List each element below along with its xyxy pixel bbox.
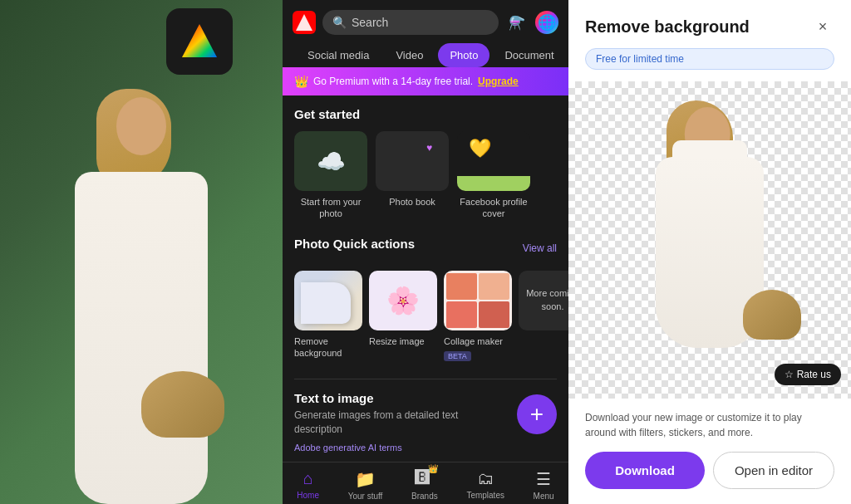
bottom-navigation: ⌂ Home 📁 Your stuff 🅱 👑 Brands 🗂 Templat… [283, 462, 568, 504]
nav-item-brands[interactable]: 🅱 👑 Brands [411, 469, 438, 501]
search-placeholder: Search [352, 16, 388, 29]
qa-resize-image[interactable]: 🌸 Resize image [369, 271, 437, 362]
qa-resize-label: Resize image [369, 335, 437, 347]
starter-card-photobook[interactable]: ♥ Photo book [376, 131, 449, 220]
profile-icon[interactable]: 🌐 [535, 11, 558, 34]
flask-icon[interactable]: ⚗️ [505, 11, 529, 34]
search-icon: 🔍 [332, 16, 347, 29]
adobe-icon-small [293, 11, 316, 34]
nav-item-menu[interactable]: ☰ Menu [534, 469, 554, 501]
svg-marker-0 [182, 24, 217, 57]
crown-badge-icon: 👑 [428, 464, 438, 473]
starter-facebook-label: Facebook profile cover [457, 196, 530, 220]
right-header: Remove background × [568, 0, 851, 48]
open-editor-button[interactable]: Open in editor [713, 452, 834, 489]
nav-templates-label: Templates [466, 491, 504, 500]
quick-actions-header: Photo Quick actions View all [294, 237, 557, 261]
rate-us-label: Rate us [797, 369, 831, 380]
starter-photo-label: Start from your photo [294, 196, 367, 220]
nav-tabs: Social media Video Photo Document [293, 43, 558, 67]
right-description: Download your new image or customize it … [568, 399, 851, 448]
premium-banner: 👑 Go Premium with a 14-day free trial. U… [283, 67, 568, 95]
right-actions: Download Open in editor [568, 448, 851, 504]
fab-add-button[interactable]: + [517, 394, 557, 434]
nav-item-your-stuff[interactable]: 📁 Your stuff [348, 469, 383, 501]
quick-actions-row: Remove background 🌸 Resize image Collage… [294, 271, 557, 362]
tab-photo[interactable]: Photo [438, 43, 489, 67]
download-button[interactable]: Download [585, 452, 705, 489]
flowers-icon: 🌸 [386, 285, 420, 316]
adobe-logo [166, 8, 233, 75]
star-icon: ☆ [785, 369, 794, 380]
rate-us-button[interactable]: ☆ Rate us [775, 364, 841, 385]
home-icon: ⌂ [303, 469, 313, 488]
templates-icon: 🗂 [477, 469, 494, 488]
beta-badge: BETA [444, 351, 471, 361]
tab-social-media[interactable]: Social media [296, 43, 381, 67]
brands-icon-wrap: 🅱 👑 [415, 469, 435, 489]
folder-icon: 📁 [355, 469, 376, 489]
qa-remove-background[interactable]: Remove background [294, 271, 362, 362]
quick-actions-title: Photo Quick actions [294, 237, 415, 251]
right-panel: Remove background × Free for limited tim… [568, 0, 851, 504]
qa-more-coming: More coming soon. [519, 271, 568, 362]
search-bar[interactable]: 🔍 Search [322, 10, 499, 35]
starter-card-photo[interactable]: ☁️ Start from your photo [294, 131, 367, 220]
tab-document[interactable]: Document [493, 43, 565, 67]
woman-photo [33, 72, 249, 504]
nav-item-home[interactable]: ⌂ Home [297, 469, 319, 501]
qa-collage-maker[interactable]: Collage maker BETA [444, 271, 512, 362]
starter-photobook-label: Photo book [389, 196, 435, 208]
close-button[interactable]: × [811, 15, 834, 38]
fab-icon: + [530, 401, 544, 428]
nav-brands-label: Brands [411, 492, 438, 501]
nav-your-stuff-label: Your stuff [348, 492, 383, 501]
view-all-link[interactable]: View all [523, 242, 557, 254]
nav-item-templates[interactable]: 🗂 Templates [466, 469, 504, 501]
middle-panel: 🔍 Search ⚗️ 🌐 Social media Video Photo D… [283, 0, 568, 504]
qa-collage-label: Collage maker [444, 335, 512, 347]
nav-home-label: Home [297, 491, 319, 500]
qa-more-text: More coming soon. [524, 287, 568, 313]
text-to-image-section: Text to image Generate images from a det… [294, 379, 557, 462]
tti-title: Text to image [294, 391, 509, 405]
left-photo-panel [0, 0, 283, 504]
upgrade-link[interactable]: Upgrade [478, 76, 519, 87]
free-badge: Free for limited time [585, 48, 834, 70]
app-header: 🔍 Search ⚗️ 🌐 Social media Video Photo D… [283, 0, 568, 67]
right-panel-title: Remove background [585, 17, 750, 37]
menu-icon: ☰ [536, 469, 551, 489]
starter-card-facebook[interactable]: 💛 Facebook profile cover [457, 131, 530, 220]
qa-remove-label: Remove background [294, 335, 362, 360]
tti-description: Generate images from a detailed text des… [294, 409, 509, 437]
nav-menu-label: Menu [534, 492, 554, 501]
preview-area: ☆ Rate us [568, 81, 851, 399]
tti-terms-link[interactable]: Adobe generative AI terms [294, 443, 402, 453]
get-started-title: Get started [294, 107, 557, 121]
cloud-icon: ☁️ [317, 148, 346, 175]
get-started-cards: ☁️ Start from your photo ♥ Photo book 💛 [294, 131, 557, 220]
preview-woman-figure [627, 107, 793, 348]
tab-video[interactable]: Video [384, 43, 435, 67]
premium-text: Go Premium with a 14-day free trial. [313, 76, 473, 87]
crown-icon: 👑 [294, 75, 308, 88]
middle-content: Get started ☁️ Start from your photo ♥ P… [283, 95, 568, 462]
